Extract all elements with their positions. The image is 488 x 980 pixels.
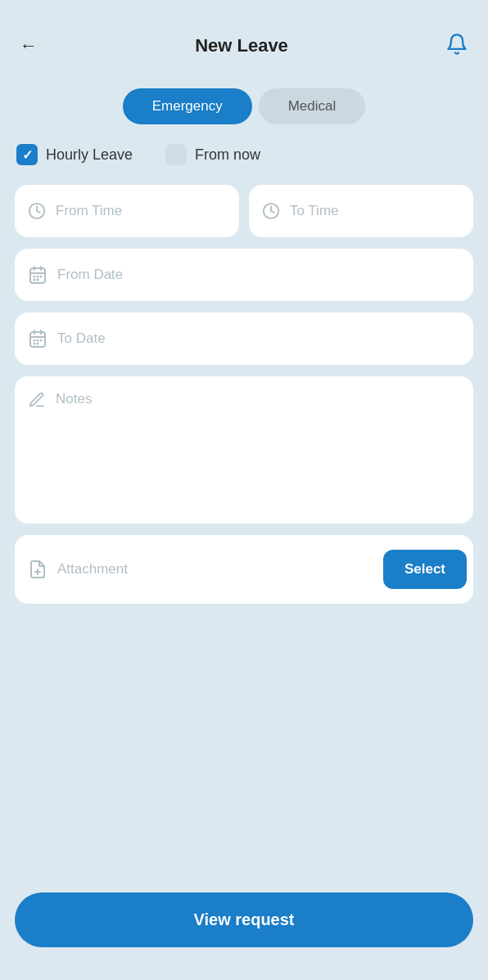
hourly-leave-label: Hourly Leave — [46, 146, 133, 164]
from-time-placeholder: From Time — [56, 203, 122, 219]
attachment-field: Attachment Select — [15, 535, 473, 604]
from-date-placeholder: From Date — [57, 267, 123, 283]
attachment-placeholder: Attachment — [57, 561, 128, 578]
from-time-field[interactable]: From Time — [15, 185, 239, 237]
back-button[interactable]: ← — [20, 35, 38, 56]
select-button[interactable]: Select — [383, 550, 467, 589]
clock-icon-2 — [262, 202, 280, 220]
clock-icon — [28, 202, 46, 220]
to-time-placeholder: To Time — [290, 203, 339, 219]
to-date-placeholder: To Date — [57, 330, 106, 347]
header: ← New Leave — [0, 0, 488, 75]
form-area: From Time To Time — [0, 185, 488, 604]
tab-medical[interactable]: Medical — [259, 88, 366, 124]
from-now-label: From now — [195, 146, 260, 164]
notes-field[interactable]: Notes — [15, 376, 473, 524]
to-date-field[interactable]: To Date — [15, 312, 473, 365]
calendar-icon — [28, 265, 47, 285]
attachment-left: Attachment — [28, 560, 128, 579]
attachment-icon — [28, 560, 47, 579]
leave-type-tabs: Emergency Medical — [123, 88, 366, 124]
from-now-checkbox-box[interactable] — [165, 144, 187, 165]
notification-bell-icon[interactable] — [445, 33, 468, 59]
pencil-icon — [28, 391, 46, 409]
hourly-leave-checkbox-box[interactable] — [16, 144, 38, 165]
from-date-field[interactable]: From Date — [15, 249, 473, 301]
to-time-field[interactable]: To Time — [249, 185, 473, 237]
tab-emergency[interactable]: Emergency — [123, 88, 252, 124]
hourly-leave-checkbox[interactable]: Hourly Leave — [16, 144, 133, 165]
calendar-icon-2 — [28, 329, 47, 348]
time-row: From Time To Time — [15, 185, 473, 237]
from-now-checkbox[interactable]: From now — [165, 144, 260, 165]
notes-placeholder: Notes — [56, 391, 92, 407]
checkbox-row: Hourly Leave From now — [0, 144, 488, 165]
page-title: New Leave — [195, 35, 288, 56]
view-request-button[interactable]: View request — [15, 892, 473, 947]
